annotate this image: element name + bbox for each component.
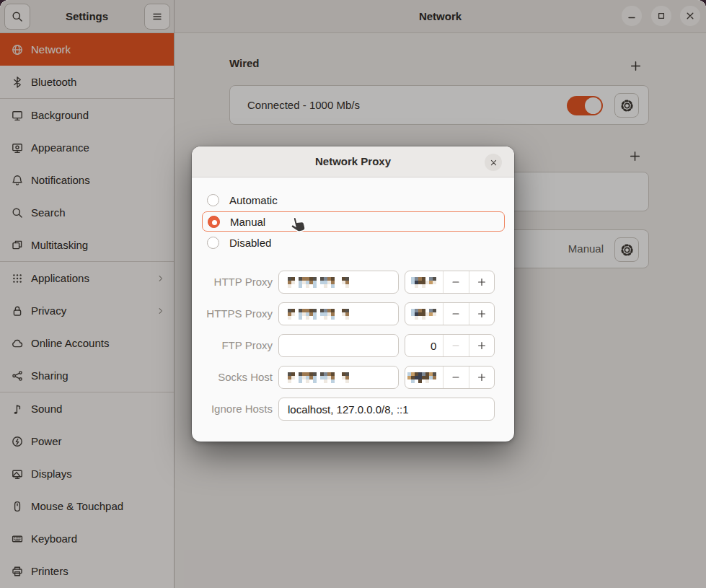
- close-icon: [489, 158, 498, 167]
- https-port-value[interactable]: [405, 303, 443, 325]
- socks-host-field[interactable]: [278, 366, 399, 389]
- https-port-increment-button[interactable]: [469, 303, 494, 325]
- dialog-headerbar: Network Proxy: [192, 146, 514, 177]
- socks-port-increment-button[interactable]: [469, 367, 494, 388]
- socks-port-value[interactable]: [405, 367, 443, 388]
- minus-icon: [451, 341, 461, 351]
- dialog-title: Network Proxy: [192, 146, 514, 177]
- radio-option-automatic[interactable]: Automatic: [202, 190, 505, 210]
- redacted-port-value: [407, 372, 436, 383]
- radio-label: Manual: [230, 216, 265, 228]
- socks-host-label: Socks Host: [192, 366, 273, 389]
- plus-icon: [477, 372, 487, 382]
- https-proxy-field[interactable]: [278, 302, 399, 325]
- redacted-port-value: [411, 309, 436, 320]
- socks-port-spinbox[interactable]: [405, 366, 495, 389]
- redacted-port-value: [411, 277, 436, 288]
- redacted-socks-host-value: [288, 372, 349, 383]
- plus-icon: [477, 277, 487, 287]
- minus-icon: [451, 372, 461, 382]
- http-port-increment-button[interactable]: [469, 271, 494, 293]
- http-port-value[interactable]: [405, 271, 443, 293]
- radio-checked-icon[interactable]: [208, 216, 220, 228]
- ftp-proxy-label: FTP Proxy: [192, 334, 273, 357]
- socks-port-decrement-button[interactable]: [443, 367, 468, 388]
- radio-label: Disabled: [229, 237, 271, 249]
- https-proxy-label: HTTPS Proxy: [192, 302, 273, 325]
- https-port-decrement-button[interactable]: [443, 303, 468, 325]
- minus-icon: [451, 309, 461, 319]
- plus-icon: [477, 309, 487, 319]
- ftp-proxy-field[interactable]: [278, 334, 399, 357]
- ignore-hosts-label: Ignore Hosts: [192, 398, 273, 421]
- radio-unchecked-icon[interactable]: [207, 237, 219, 249]
- network-proxy-dialog: Network Proxy Automatic Manual Disabled …: [192, 146, 514, 442]
- plus-icon: [477, 341, 487, 351]
- redacted-http-proxy-value: [288, 277, 349, 288]
- ftp-port-spinbox[interactable]: 0: [405, 334, 495, 357]
- http-port-spinbox[interactable]: [405, 271, 495, 294]
- ftp-port-decrement-button[interactable]: [443, 335, 468, 356]
- dialog-close-button[interactable]: [485, 154, 502, 171]
- https-port-spinbox[interactable]: [405, 302, 495, 325]
- http-proxy-label: HTTP Proxy: [192, 271, 273, 294]
- http-proxy-field[interactable]: [278, 271, 399, 294]
- ignore-hosts-input[interactable]: [278, 398, 495, 421]
- radio-option-manual[interactable]: Manual: [202, 211, 505, 232]
- minus-icon: [451, 277, 461, 287]
- ftp-port-value[interactable]: 0: [405, 335, 443, 356]
- radio-option-disabled[interactable]: Disabled: [202, 232, 505, 253]
- radio-unchecked-icon[interactable]: [207, 194, 219, 206]
- radio-label: Automatic: [229, 194, 278, 206]
- redacted-https-proxy-value: [288, 309, 349, 320]
- ftp-port-increment-button[interactable]: [469, 335, 494, 356]
- settings-window: Settings Network Bluetooth Background Ap…: [0, 0, 706, 588]
- http-port-decrement-button[interactable]: [443, 271, 468, 293]
